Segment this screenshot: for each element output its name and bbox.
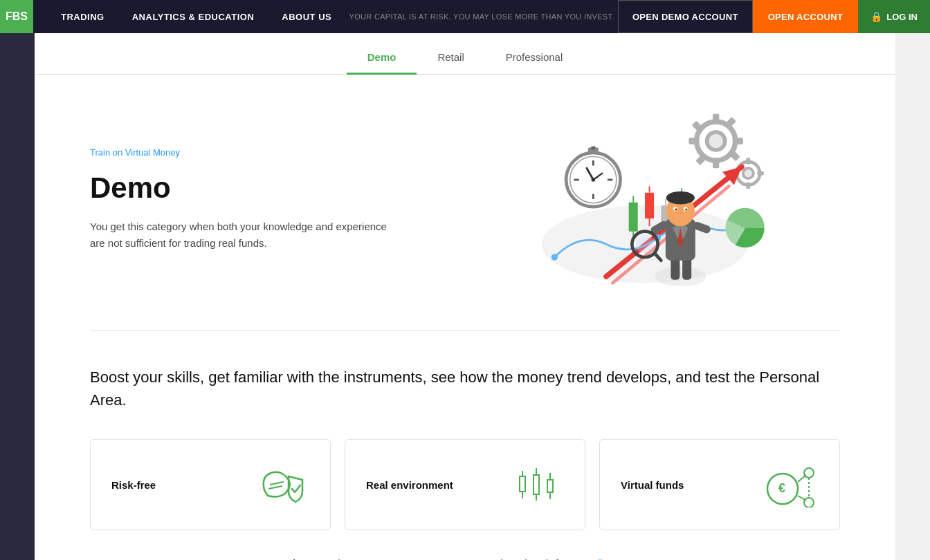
card-risk-free: Risk-free — [90, 439, 331, 530]
fbs-logo[interactable]: FBS — [0, 0, 33, 33]
hero-subtitle[interactable]: Train on Virtual Money — [90, 147, 450, 158]
svg-line-66 — [268, 486, 282, 489]
svg-point-2 — [707, 132, 725, 150]
open-demo-account-button[interactable]: OPEN DEMO ACCOUNT — [618, 0, 753, 33]
svg-point-46 — [655, 267, 706, 286]
account-type-tabs: Demo Retail Professional — [35, 33, 895, 75]
main-content: Demo Retail Professional Train on Virtua… — [35, 33, 895, 560]
svg-point-54 — [666, 192, 695, 205]
svg-rect-27 — [592, 146, 596, 149]
svg-text:€: € — [778, 481, 785, 495]
svg-point-12 — [743, 168, 754, 178]
svg-rect-28 — [629, 203, 638, 232]
card-real-environment: Real environment — [345, 439, 585, 530]
candlestick-icon — [509, 460, 564, 509]
svg-rect-31 — [645, 193, 654, 218]
svg-point-58 — [685, 209, 687, 211]
svg-rect-47 — [671, 257, 680, 280]
nav-analytics[interactable]: ANALYTICS & EDUCATION — [118, 12, 268, 22]
svg-rect-71 — [534, 475, 539, 494]
nav-about[interactable]: ABOUT US — [268, 12, 345, 22]
svg-line-65 — [270, 482, 284, 485]
euro-network-icon: € — [763, 460, 819, 509]
svg-point-25 — [592, 178, 596, 182]
svg-point-80 — [804, 468, 814, 478]
nav-links: TRADING ANALYTICS & EDUCATION ABOUT US — [33, 12, 345, 22]
tab-retail[interactable]: Retail — [417, 44, 484, 75]
tab-professional[interactable]: Professional — [485, 44, 584, 75]
tab-demo[interactable]: Demo — [347, 44, 417, 75]
svg-rect-74 — [547, 480, 553, 492]
login-label: LOG IN — [886, 12, 918, 22]
svg-rect-3 — [713, 114, 719, 123]
lock-icon: 🔒 — [870, 11, 882, 22]
card-virtual-funds-label: Virtual funds — [621, 479, 684, 491]
svg-point-81 — [804, 498, 814, 507]
svg-point-59 — [680, 212, 682, 214]
svg-rect-68 — [520, 476, 525, 492]
open-account-button[interactable]: OPEN ACCOUNT — [753, 0, 859, 33]
svg-rect-14 — [747, 183, 751, 189]
hero-text-block: Train on Virtual Money Demo You get this… — [90, 147, 450, 252]
svg-point-63 — [636, 235, 654, 253]
card-real-env-label: Real environment — [366, 479, 453, 491]
svg-point-57 — [675, 209, 677, 211]
feature-cards: Risk-free Rea — [90, 439, 840, 530]
footer-note: After some time, you may pass a survey o… — [90, 551, 840, 560]
hero-illustration — [450, 102, 840, 296]
svg-rect-5 — [734, 138, 743, 144]
navbar: FBS TRADING ANALYTICS & EDUCATION ABOUT … — [0, 0, 930, 33]
svg-rect-48 — [682, 257, 691, 280]
svg-rect-4 — [713, 159, 719, 168]
hero-description: You get this category when both your kno… — [90, 218, 394, 252]
hero-section: Train on Virtual Money Demo You get this… — [35, 75, 895, 330]
login-button[interactable]: 🔒 LOG IN — [858, 0, 930, 33]
boost-description: Boost your skills, get familiar with the… — [90, 366, 840, 411]
hero-title: Demo — [90, 171, 450, 205]
boost-section: Boost your skills, get familiar with the… — [35, 331, 895, 560]
card-virtual-funds: Virtual funds € — [599, 439, 840, 530]
svg-rect-6 — [689, 138, 698, 144]
svg-rect-15 — [757, 171, 763, 176]
shield-money-icon — [254, 460, 309, 509]
nav-trading[interactable]: TRADING — [47, 12, 118, 22]
card-risk-free-label: Risk-free — [111, 479, 156, 491]
risk-warning: YOUR CAPITAL IS AT RISK. YOU MAY LOSE MO… — [345, 12, 618, 21]
navbar-actions: OPEN DEMO ACCOUNT OPEN ACCOUNT 🔒 LOG IN — [618, 0, 930, 33]
svg-rect-13 — [747, 158, 751, 164]
left-sidebar-strip — [0, 0, 35, 560]
svg-point-43 — [551, 254, 558, 260]
